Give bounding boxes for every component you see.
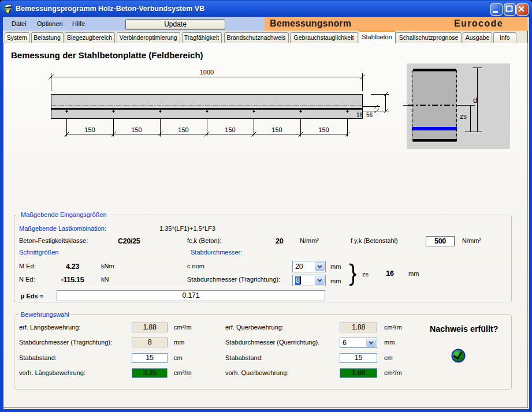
svg-text:150: 150 xyxy=(318,126,329,133)
svg-text:150: 150 xyxy=(84,126,95,133)
svg-text:56: 56 xyxy=(366,112,373,118)
svg-text:150: 150 xyxy=(131,126,142,133)
svg-text:150: 150 xyxy=(225,126,235,133)
svg-text:zs: zs xyxy=(460,113,467,121)
svg-text:d: d xyxy=(473,96,477,104)
svg-text:16: 16 xyxy=(356,112,363,118)
svg-text:150: 150 xyxy=(178,126,188,133)
svg-text:150: 150 xyxy=(271,126,282,133)
svg-text:1000: 1000 xyxy=(200,69,214,76)
